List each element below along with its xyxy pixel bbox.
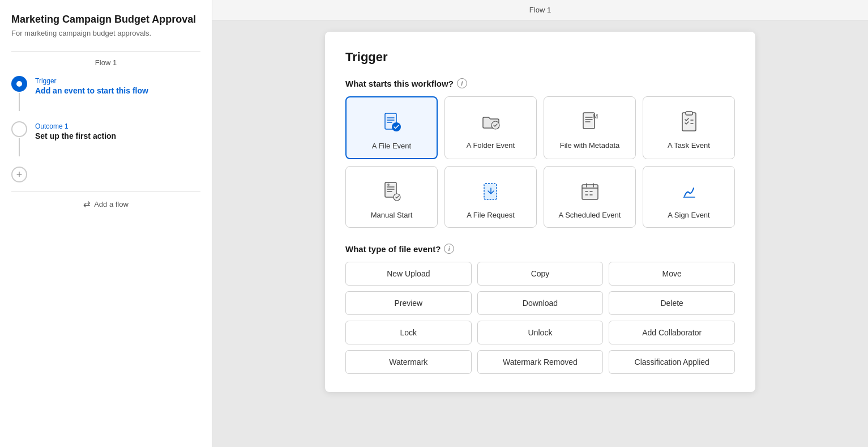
add-step-item[interactable]: + [11,167,200,182]
file-event-btn-move[interactable]: Move [609,262,735,286]
svg-point-9 [387,184,390,186]
trigger-panel: Trigger What starts this workflow? i A F… [325,32,755,392]
workflow-question-label: What starts this workflow? i [345,78,735,88]
sidebar: Marketing Campaign Budget Approval For m… [0,0,212,447]
svg-text:M: M [593,113,598,120]
app-title: Marketing Campaign Budget Approval [11,14,200,25]
outcome-tag: Outcome 1 [35,122,116,130]
trigger-card-folder-event[interactable]: A Folder Event [444,96,537,159]
svg-rect-10 [484,184,497,199]
add-flow-row[interactable]: ⇄ Add a flow [11,199,200,209]
flow-section: Trigger Add an event to start this flow … [11,76,200,182]
top-bar-flow-label: Flow 1 [529,6,551,14]
file-event-btn-delete[interactable]: Delete [609,291,735,315]
add-connector: + [11,167,35,182]
trigger-card-label-folder-event: A Folder Event [467,141,515,150]
trigger-card-icon-sign-event [675,178,703,205]
file-event-btn-classification-applied[interactable]: Classification Applied [609,350,735,374]
trigger-dot [11,76,27,92]
trigger-flow-item[interactable]: Trigger Add an event to start this flow [11,76,200,112]
file-event-grid: New UploadCopyMovePreviewDownloadDeleteL… [345,262,735,374]
file-event-btn-lock[interactable]: Lock [345,321,472,344]
file-event-question-label: What type of file event? i [345,244,735,254]
workflow-info-icon[interactable]: i [457,78,467,88]
trigger-card-sign-event[interactable]: A Sign Event [643,166,735,228]
workflow-question-text: What starts this workflow? [345,79,454,88]
flow-line-2 [19,138,20,156]
flow-line-1 [19,93,20,111]
file-event-btn-copy[interactable]: Copy [477,262,604,286]
file-event-info-icon[interactable]: i [444,244,454,254]
trigger-card-file-request[interactable]: A File Request [444,166,537,228]
panel-wrapper: Trigger What starts this workflow? i A F… [212,20,868,447]
trigger-card-icon-file-event [378,109,405,136]
file-event-question-text: What type of file event? [345,244,441,254]
trigger-card-label-file-metadata: File with Metadata [560,141,620,150]
trigger-card-icon-file-request [477,178,504,205]
outcome-action: Set up the first action [35,131,116,141]
file-event-btn-watermark[interactable]: Watermark [345,350,472,374]
trigger-content: Trigger Add an event to start this flow [35,76,148,95]
trigger-cards-grid: A File Event A Folder Event M File with … [345,96,735,228]
trigger-card-icon-file-metadata: M [576,108,604,135]
svg-rect-5 [682,113,696,131]
app-subtitle: For marketing campaign budget approvals. [11,29,200,37]
file-event-btn-preview[interactable]: Preview [345,291,472,315]
add-step-icon[interactable]: + [11,167,27,182]
file-event-btn-new-upload[interactable]: New Upload [345,262,472,286]
trigger-card-label-scheduled-event: A Scheduled Event [559,211,621,219]
file-event-btn-watermark-removed[interactable]: Watermark Removed [477,350,604,374]
trigger-card-scheduled-event[interactable]: A Scheduled Event [544,166,636,228]
add-flow-label: Add a flow [94,200,129,208]
outcome-flow-item[interactable]: Outcome 1 Set up the first action [11,121,200,157]
outcome-dot [11,121,27,137]
sidebar-flow-label: Flow 1 [11,58,200,67]
trigger-connector [11,76,27,112]
panel-title: Trigger [345,50,735,65]
trigger-card-icon-task-event [675,108,703,135]
trigger-card-icon-scheduled-event [576,178,604,205]
trigger-card-icon-manual-start [378,178,405,205]
trigger-card-label-task-event: A Task Event [668,141,710,150]
main-area: Flow 1 Trigger What starts this workflow… [212,0,868,447]
svg-rect-11 [582,185,598,199]
svg-point-8 [394,194,400,201]
trigger-tag: Trigger [35,77,148,85]
add-flow-icon: ⇄ [83,199,91,209]
outcome-content: Outcome 1 Set up the first action [35,121,116,141]
trigger-card-label-file-event: A File Event [372,142,411,150]
trigger-card-label-sign-event: A Sign Event [668,211,709,219]
svg-rect-6 [686,112,692,115]
trigger-action: Add an event to start this flow [35,86,148,95]
trigger-card-task-event[interactable]: A Task Event [643,96,735,159]
file-event-btn-add-collaborator[interactable]: Add Collaborator [609,321,735,344]
trigger-card-icon-folder-event [477,108,504,135]
file-event-btn-unlock[interactable]: Unlock [477,321,604,344]
trigger-card-label-file-request: A File Request [467,211,515,219]
outcome-connector [11,121,27,157]
trigger-card-manual-start[interactable]: Manual Start [345,166,438,228]
trigger-card-file-metadata[interactable]: M File with Metadata [544,96,636,159]
trigger-card-file-event[interactable]: A File Event [345,96,438,159]
file-event-btn-download[interactable]: Download [477,291,604,315]
svg-point-2 [491,121,499,129]
top-bar: Flow 1 [212,0,868,20]
trigger-card-label-manual-start: Manual Start [371,211,413,219]
